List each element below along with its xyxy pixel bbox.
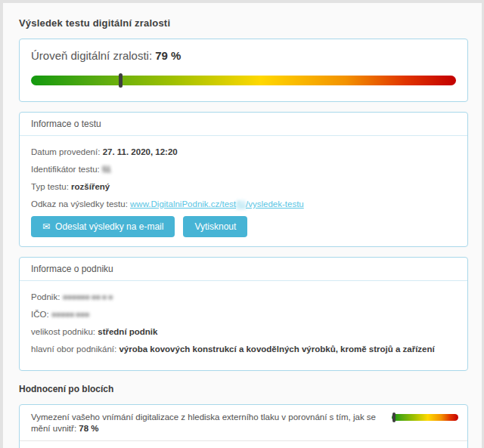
result-link-suffix: /vysledek-testu [246, 199, 304, 209]
test-link-label: Odkaz na výsledky testu: [31, 199, 128, 209]
company-field-value: výroba kovových konstrukcí a kovodělných… [119, 344, 434, 354]
test-id-row: Identifikátor testu: 51 [31, 164, 456, 175]
company-ico-value-redacted: ●●●●● ●●● [51, 310, 89, 319]
blocks-section-title: Hodnocení po blocích [19, 384, 468, 394]
print-button-label: Vytisknout [194, 221, 236, 232]
mini-gauge-marker [392, 412, 396, 422]
result-link[interactable]: www.DigitalniPodnik.cz/test/51/vysledek-… [130, 199, 304, 209]
block-score-value: 78 % [79, 424, 98, 433]
test-type-value: rozšířený [71, 182, 110, 191]
test-actions: ✉ Odeslat výsledky na e-mail Vytisknout [31, 216, 456, 237]
test-date-value: 27. 11. 2020, 12:20 [103, 147, 178, 156]
test-info-panel: Informace o testu Datum provedení: 27. 1… [19, 112, 468, 247]
send-email-button[interactable]: ✉ Odeslat výsledky na e-mail [31, 216, 175, 237]
result-link-prefix: www.DigitalniPodnik.cz/test [130, 199, 236, 209]
company-info-body: Podnik: ●●●●●● ●● ● ● IČO: ●●●●● ●●● vel… [20, 281, 467, 370]
print-button[interactable]: Vytisknout [183, 216, 247, 237]
company-size-row: velikost podniku: střední podnik [31, 326, 456, 337]
test-link-row: Odkaz na výsledky testu: www.DigitalniPo… [31, 199, 456, 209]
company-name-row: Podnik: ●●●●●● ●● ● ● [31, 292, 456, 302]
company-field-label: hlavní obor podnikání: [31, 344, 116, 354]
score-label-text: Úroveň digitální zralosti: [31, 49, 152, 62]
results-page: Výsledek testu digitální zralosti Úroveň… [3, 3, 482, 448]
test-type-row: Typ testu: rozšířený [31, 181, 456, 192]
company-name-value-redacted: ●●●●●● ●● ● ● [63, 292, 113, 301]
score-block: Vymezení vašeho vnímání digitalizace z h… [19, 404, 468, 448]
company-size-label: velikost podniku: [31, 327, 95, 336]
block-header: Vymezení vašeho vnímání digitalizace z h… [20, 405, 467, 440]
test-id-label: Identifikátor testu: [31, 165, 100, 174]
test-date-row: Datum provedení: 27. 11. 2020, 12:20 [31, 147, 456, 157]
gauge-marker [119, 73, 123, 88]
score-label: Úroveň digitální zralosti: 79 % [31, 49, 456, 62]
block-mini-gauge [392, 412, 458, 422]
result-link-redacted: /51 [236, 199, 246, 209]
company-name-label: Podnik: [31, 292, 60, 301]
mini-gauge-gradient-bar [392, 414, 458, 421]
score-value: 79 % [155, 49, 181, 62]
test-info-body: Datum provedení: 27. 11. 2020, 12:20 Ide… [20, 136, 467, 246]
send-email-button-label: Odeslat výsledky na e-mail [55, 221, 163, 232]
company-info-panel: Informace o podniku Podnik: ●●●●●● ●● ● … [19, 257, 468, 371]
maturity-gauge [31, 73, 456, 88]
block-text: Vymezení vašeho vnímání digitalizace z h… [31, 412, 392, 434]
test-info-heading: Informace o testu [20, 113, 467, 136]
answers-toggle[interactable]: › Odpovědi na otázky [20, 440, 467, 448]
gauge-gradient-bar [31, 76, 456, 85]
page-title: Výsledek testu digitální zralosti [19, 17, 468, 29]
company-info-heading: Informace o podniku [20, 258, 467, 281]
company-size-value: střední podnik [98, 327, 157, 336]
score-panel: Úroveň digitální zralosti: 79 % [19, 39, 468, 102]
test-type-label: Typ testu: [31, 182, 69, 191]
envelope-icon: ✉ [42, 222, 50, 231]
test-date-label: Datum provedení: [31, 147, 100, 156]
company-ico-label: IČO: [31, 310, 49, 319]
test-id-value-redacted: 51 [102, 165, 110, 174]
company-ico-row: IČO: ●●●●● ●●● [31, 309, 456, 320]
company-field-row: hlavní obor podnikání: výroba kovových k… [31, 344, 456, 354]
